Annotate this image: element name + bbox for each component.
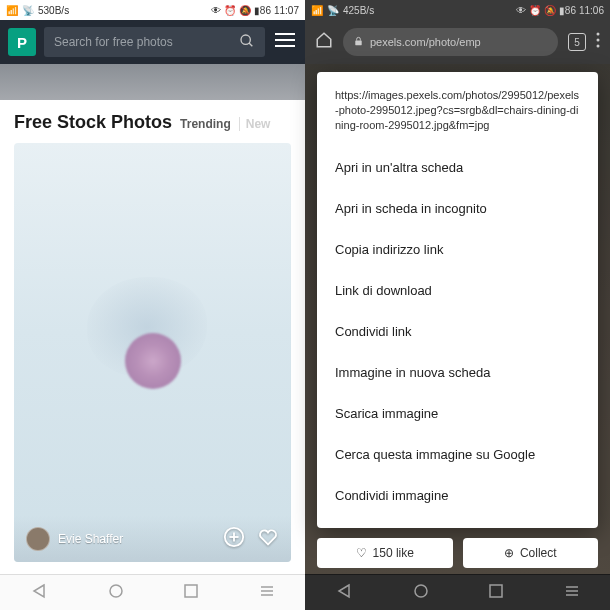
svg-marker-8 (34, 585, 44, 597)
context-menu-url: https://images.pexels.com/photos/2995012… (317, 84, 598, 147)
clock: 11:07 (274, 5, 299, 16)
app-header: P Search for free photos (0, 20, 305, 64)
wifi-icon: 📡 (22, 5, 34, 16)
drawer-button[interactable] (565, 584, 579, 602)
status-bar-left: 📶 📡 530B/s 👁 ⏰ 🔕 ▮86 11:07 (0, 0, 305, 20)
android-nav-right (305, 574, 610, 610)
status-bar-right: 📶 📡 425B/s 👁 ⏰ 🔕 ▮86 11:06 (305, 0, 610, 20)
svg-rect-20 (490, 585, 502, 597)
svg-point-15 (597, 33, 600, 36)
page-title: Free Stock Photos (14, 112, 172, 133)
svg-point-0 (241, 35, 250, 44)
heart-icon: ♡ (356, 546, 367, 560)
collect-button[interactable]: ⊕ Collect (463, 538, 599, 568)
tab-trending[interactable]: Trending (180, 117, 231, 131)
collect-label: Collect (520, 546, 557, 560)
url-text: pexels.com/photo/emp (370, 36, 481, 48)
alarm-off-icon: ⏰ (224, 5, 236, 16)
pexels-logo[interactable]: P (8, 28, 36, 56)
action-bar: ♡ 150 like ⊕ Collect (305, 534, 610, 574)
svg-line-1 (249, 43, 252, 46)
back-button[interactable] (336, 583, 352, 603)
search-placeholder: Search for free photos (54, 35, 239, 49)
svg-point-16 (597, 39, 600, 42)
page-background: https://images.pexels.com/photos/2995012… (305, 64, 610, 574)
menu-open-incognito[interactable]: Apri in scheda in incognito (317, 188, 598, 229)
dnd-icon: 🔕 (544, 5, 556, 16)
menu-icon[interactable] (273, 33, 297, 51)
battery-icon: ▮86 (254, 5, 271, 16)
dnd-icon: 🔕 (239, 5, 251, 16)
home-button[interactable] (109, 584, 123, 602)
network-speed: 425B/s (343, 5, 374, 16)
lock-icon (353, 36, 364, 49)
tab-count[interactable]: 5 (568, 33, 586, 51)
svg-point-19 (415, 585, 427, 597)
menu-open-new-tab[interactable]: Apri in un'altra scheda (317, 147, 598, 188)
hero-banner (0, 64, 305, 100)
home-button[interactable] (414, 584, 428, 602)
menu-search-google[interactable]: Cerca questa immagine su Google (317, 434, 598, 475)
browser-home-icon[interactable] (315, 31, 333, 53)
author-name[interactable]: Evie Shaffer (58, 532, 223, 546)
svg-point-9 (110, 585, 122, 597)
signal-icon: 📶 (311, 5, 323, 16)
context-menu: https://images.pexels.com/photos/2995012… (317, 72, 598, 528)
eye-icon: 👁 (516, 5, 526, 16)
menu-copy-link[interactable]: Copia indirizzo link (317, 229, 598, 270)
signal-icon: 📶 (6, 5, 18, 16)
url-bar[interactable]: pexels.com/photo/emp (343, 28, 558, 56)
search-icon[interactable] (239, 33, 255, 52)
heart-icon[interactable] (257, 526, 279, 552)
alarm-off-icon: ⏰ (529, 5, 541, 16)
drawer-button[interactable] (260, 584, 274, 602)
recent-button[interactable] (489, 584, 503, 602)
browser-toolbar: pexels.com/photo/emp 5 (305, 20, 610, 64)
clock: 11:06 (579, 5, 604, 16)
svg-rect-14 (355, 40, 361, 45)
like-count: 150 like (373, 546, 414, 560)
menu-share-link[interactable]: Condividi link (317, 311, 598, 352)
svg-rect-10 (185, 585, 197, 597)
svg-marker-18 (339, 585, 349, 597)
menu-download-image[interactable]: Scarica immagine (317, 393, 598, 434)
recent-button[interactable] (184, 584, 198, 602)
eye-icon: 👁 (211, 5, 221, 16)
tab-new[interactable]: New (239, 117, 271, 131)
search-input[interactable]: Search for free photos (44, 27, 265, 57)
photo-card[interactable]: Evie Shaffer (14, 143, 291, 562)
menu-download-link[interactable]: Link di download (317, 270, 598, 311)
svg-point-17 (597, 45, 600, 48)
battery-icon: ▮86 (559, 5, 576, 16)
add-icon[interactable] (223, 526, 245, 552)
more-icon[interactable] (596, 32, 600, 52)
android-nav-left (0, 574, 305, 610)
menu-image-new-tab[interactable]: Immagine in nuova scheda (317, 352, 598, 393)
photo-subject (125, 333, 181, 389)
network-speed: 530B/s (38, 5, 69, 16)
plus-icon: ⊕ (504, 546, 514, 560)
card-footer: Evie Shaffer (14, 516, 291, 562)
main-content: Free Stock Photos Trending New Evie Shaf… (0, 100, 305, 574)
back-button[interactable] (31, 583, 47, 603)
like-button[interactable]: ♡ 150 like (317, 538, 453, 568)
menu-share-image[interactable]: Condividi immagine (317, 475, 598, 516)
avatar[interactable] (26, 527, 50, 551)
wifi-icon: 📡 (327, 5, 339, 16)
